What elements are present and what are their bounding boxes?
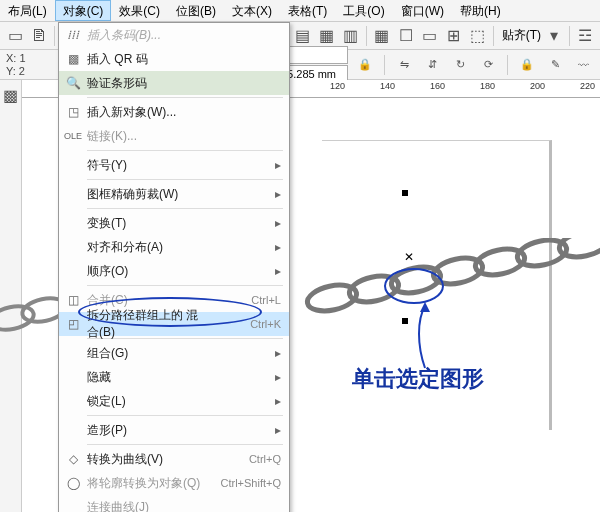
menu-join-curves: 连接曲线(J) [59,495,289,512]
menu-insert-qr[interactable]: ▩插入 QR 码 [59,47,289,71]
selection-handle[interactable] [402,190,408,196]
ruler-tick-140: 140 [380,81,395,91]
object-menu-dropdown: ⁞⁞⁞插入条码(B)... ▩插入 QR 码 🔍验证条形码 ◳插入新对象(W).… [58,22,290,512]
menu-help[interactable]: 帮助(H) [452,0,509,21]
align-center-icon[interactable]: ▦ [316,25,338,47]
new-icon[interactable]: ▭ [4,25,26,47]
annotation-text: 单击选定图形 [352,364,484,394]
flip-h-icon[interactable]: ⇋ [393,54,415,76]
selection-anchor-x: ✕ [404,250,414,264]
align-left-icon[interactable]: ▤ [292,25,314,47]
selection-handle[interactable] [402,318,408,324]
ruler-tick-220: 220 [580,81,595,91]
menu-layout[interactable]: 布局(L) [0,0,55,21]
rotate-cw-icon[interactable]: ↻ [449,54,471,76]
menubar: 布局(L) 对象(C) 效果(C) 位图(B) 文本(X) 表格(T) 工具(O… [0,0,600,22]
menu-bitmap[interactable]: 位图(B) [168,0,224,21]
menu-table[interactable]: 表格(T) [280,0,335,21]
refresh-icon[interactable]: ⟳ [477,54,499,76]
snap-label[interactable]: 贴齐(T) [502,27,541,44]
outline-tool-icon[interactable]: ✎ [544,54,566,76]
menu-transform[interactable]: 变换(T)▸ [59,211,289,235]
chevron-down-icon[interactable]: ▾ [543,25,565,47]
crop-icon[interactable]: ☐ [395,25,417,47]
ruler-tick-200: 200 [530,81,545,91]
menu-verify-barcode[interactable]: 🔍验证条形码 [59,71,289,95]
menu-text[interactable]: 文本(X) [224,0,280,21]
menu-tool[interactable]: 工具(O) [335,0,392,21]
open-icon[interactable]: 🖹 [28,25,50,47]
menu-convert-curve[interactable]: ◇转换为曲线(V)Ctrl+Q [59,447,289,471]
menu-group[interactable]: 组合(G)▸ [59,341,289,365]
grid-icon[interactable]: ▦ [371,25,393,47]
options-icon[interactable]: ▭ [419,25,441,47]
menu-break-apart[interactable]: ◰拆分路径群组上的 混合(B)Ctrl+K [59,312,289,336]
curve-icon[interactable]: 〰 [572,54,594,76]
menu-insert-barcode[interactable]: ⁞⁞⁞插入条码(B)... [59,23,289,47]
menu-insert-object[interactable]: ◳插入新对象(W)... [59,100,289,124]
menu-effect[interactable]: 效果(C) [111,0,168,21]
menu-hide[interactable]: 隐藏▸ [59,365,289,389]
lock-icon[interactable]: 🔒 [516,54,538,76]
svg-point-8 [557,238,600,261]
menu-powerclip[interactable]: 图框精确剪裁(W)▸ [59,182,289,206]
align-right-icon[interactable]: ▥ [340,25,362,47]
menu-shaping[interactable]: 造形(P)▸ [59,418,289,442]
menu-order[interactable]: 顺序(O)▸ [59,259,289,283]
ruler-tick-160: 160 [430,81,445,91]
menu-align[interactable]: 对齐和分布(A)▸ [59,235,289,259]
select-icon[interactable]: ⬚ [467,25,489,47]
ruler-tick-180: 180 [480,81,495,91]
opts-icon[interactable]: ☲ [574,25,596,47]
qr-icon[interactable]: ▩ [0,84,22,106]
lock-ratio-icon[interactable]: 🔒 [354,54,376,76]
menu-lock[interactable]: 锁定(L)▸ [59,389,289,413]
menu-window[interactable]: 窗口(W) [393,0,452,21]
menu-symbol[interactable]: 符号(Y)▸ [59,153,289,177]
coord-x: X: 1 [6,52,26,65]
menu-link: OLE链接(K)... [59,124,289,148]
menu-outline-object: ◯将轮廓转换为对象(Q)Ctrl+Shift+Q [59,471,289,495]
coord-y: Y: 2 [6,65,26,78]
flip-v-icon[interactable]: ⇵ [421,54,443,76]
ruler-tick-120: 120 [330,81,345,91]
toolbox: ▩ [0,80,22,512]
grid2-icon[interactable]: ⊞ [443,25,465,47]
menu-object[interactable]: 对象(C) [55,0,112,21]
